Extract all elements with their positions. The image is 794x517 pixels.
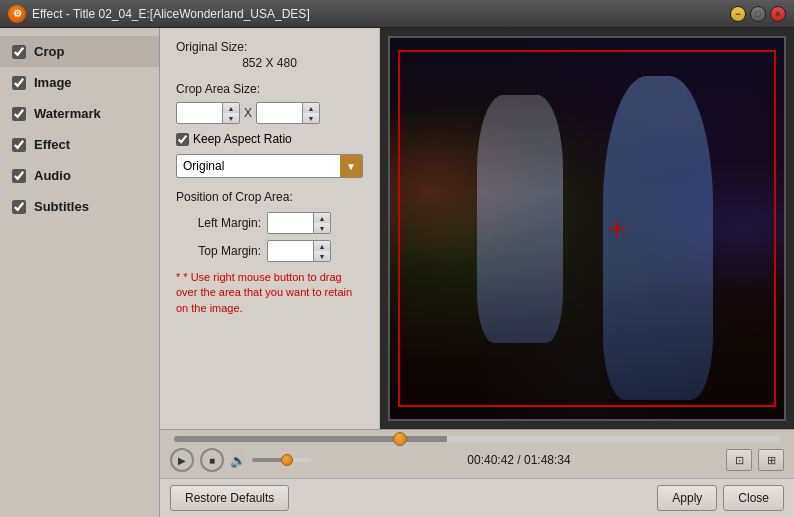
rabbit-figure — [477, 95, 564, 343]
top-margin-row: Top Margin: 79 ▲ ▼ — [176, 240, 363, 262]
volume-icon: 🔊 — [230, 453, 246, 468]
left-margin-row: Left Margin: 79 ▲ ▼ — [176, 212, 363, 234]
main-container: Crop Image Watermark Effect Audio Subtit… — [0, 28, 794, 517]
bottom-controls: ▶ ■ 🔊 00:40:42 / 01:48:34 ⊡ ⊞ — [160, 429, 794, 478]
sidebar-item-audio[interactable]: Audio — [0, 160, 159, 191]
action-buttons: Apply Close — [657, 485, 784, 511]
play-button[interactable]: ▶ — [170, 448, 194, 472]
timeline-row — [170, 436, 784, 442]
sidebar-item-crop-label: Crop — [34, 44, 64, 59]
height-down-arrow[interactable]: ▼ — [303, 113, 319, 123]
controls-panel: Original Size: 852 X 480 Crop Area Size:… — [160, 28, 380, 429]
playback-row: ▶ ■ 🔊 00:40:42 / 01:48:34 ⊡ ⊞ — [170, 448, 784, 472]
volume-slider[interactable] — [252, 458, 312, 462]
ratio-dropdown[interactable]: Original 4:3 16:9 16:10 2.35:1 ▼ — [176, 154, 363, 178]
aspect-ratio-row: Keep Aspect Ratio — [176, 132, 363, 146]
maximize-button[interactable]: □ — [750, 6, 766, 22]
width-down-arrow[interactable]: ▼ — [223, 113, 239, 123]
crop-area-label: Crop Area Size: — [176, 82, 363, 96]
sidebar-item-subtitles-label: Subtitles — [34, 199, 89, 214]
close-button[interactable]: Close — [723, 485, 784, 511]
audio-checkbox[interactable] — [12, 169, 26, 183]
top-margin-label: Top Margin: — [176, 244, 261, 258]
sidebar-item-watermark-label: Watermark — [34, 106, 101, 121]
alice-figure — [603, 76, 713, 400]
preview-panel — [380, 28, 794, 429]
top-margin-down-arrow[interactable]: ▼ — [314, 251, 330, 261]
close-window-button[interactable]: × — [770, 6, 786, 22]
sidebar-item-image-label: Image — [34, 75, 72, 90]
time-display: 00:40:42 / 01:48:34 — [318, 453, 720, 467]
top-section: Original Size: 852 X 480 Crop Area Size:… — [160, 28, 794, 429]
timeline-slider[interactable] — [174, 436, 780, 442]
top-margin-arrows: ▲ ▼ — [313, 241, 330, 261]
watermark-checkbox[interactable] — [12, 107, 26, 121]
top-margin-input[interactable]: 79 — [268, 242, 313, 260]
sidebar-item-watermark[interactable]: Watermark — [0, 98, 159, 129]
left-margin-arrows: ▲ ▼ — [313, 213, 330, 233]
title-bar-buttons: − □ × — [730, 6, 786, 22]
button-bar: Restore Defaults Apply Close — [160, 478, 794, 517]
sidebar: Crop Image Watermark Effect Audio Subtit… — [0, 28, 160, 517]
apply-button[interactable]: Apply — [657, 485, 717, 511]
grid-icon: ⊞ — [767, 454, 776, 467]
left-margin-up-arrow[interactable]: ▲ — [314, 213, 330, 223]
effect-checkbox[interactable] — [12, 138, 26, 152]
x-separator: X — [244, 106, 252, 120]
image-checkbox[interactable] — [12, 76, 26, 90]
dropdown-arrow-icon: ▼ — [340, 155, 362, 177]
original-size-value: 852 X 480 — [176, 56, 363, 70]
height-spinbox[interactable]: 401 ▲ ▼ — [256, 102, 320, 124]
aspect-ratio-label: Keep Aspect Ratio — [193, 132, 292, 146]
video-frame — [390, 38, 784, 419]
screenshot-button[interactable]: ⊡ — [726, 449, 752, 471]
title-bar-text: Effect - Title 02_04_E:[AliceWonderland_… — [32, 7, 730, 21]
ratio-select[interactable]: Original 4:3 16:9 16:10 2.35:1 — [177, 156, 340, 176]
sidebar-item-effect-label: Effect — [34, 137, 70, 152]
grid-button[interactable]: ⊞ — [758, 449, 784, 471]
width-arrows: ▲ ▼ — [222, 103, 239, 123]
restore-defaults-button[interactable]: Restore Defaults — [170, 485, 289, 511]
crowd-background — [390, 38, 784, 419]
sidebar-item-audio-label: Audio — [34, 168, 71, 183]
crop-size-row: 711 ▲ ▼ X 401 ▲ ▼ — [176, 102, 363, 124]
content-area: Original Size: 852 X 480 Crop Area Size:… — [160, 28, 794, 517]
hint-text: * * Use right mouse button to drag over … — [176, 270, 363, 316]
height-arrows: ▲ ▼ — [302, 103, 319, 123]
screenshot-icon: ⊡ — [735, 454, 744, 467]
width-input[interactable]: 711 — [177, 104, 222, 122]
sidebar-item-crop[interactable]: Crop — [0, 36, 159, 67]
sidebar-item-subtitles[interactable]: Subtitles — [0, 191, 159, 222]
top-margin-spinbox[interactable]: 79 ▲ ▼ — [267, 240, 331, 262]
original-size-label: Original Size: — [176, 40, 363, 54]
position-label: Position of Crop Area: — [176, 190, 363, 204]
sidebar-item-effect[interactable]: Effect — [0, 129, 159, 160]
video-preview — [388, 36, 786, 421]
width-up-arrow[interactable]: ▲ — [223, 103, 239, 113]
left-margin-down-arrow[interactable]: ▼ — [314, 223, 330, 233]
left-margin-label: Left Margin: — [176, 216, 261, 230]
title-bar: ⚙ Effect - Title 02_04_E:[AliceWonderlan… — [0, 0, 794, 28]
left-margin-input[interactable]: 79 — [268, 214, 313, 232]
height-up-arrow[interactable]: ▲ — [303, 103, 319, 113]
stop-button[interactable]: ■ — [200, 448, 224, 472]
width-spinbox[interactable]: 711 ▲ ▼ — [176, 102, 240, 124]
app-icon: ⚙ — [8, 5, 26, 23]
minimize-button[interactable]: − — [730, 6, 746, 22]
height-input[interactable]: 401 — [257, 104, 302, 122]
top-margin-up-arrow[interactable]: ▲ — [314, 241, 330, 251]
aspect-ratio-checkbox[interactable] — [176, 133, 189, 146]
sidebar-item-image[interactable]: Image — [0, 67, 159, 98]
crop-checkbox[interactable] — [12, 45, 26, 59]
subtitles-checkbox[interactable] — [12, 200, 26, 214]
left-margin-spinbox[interactable]: 79 ▲ ▼ — [267, 212, 331, 234]
